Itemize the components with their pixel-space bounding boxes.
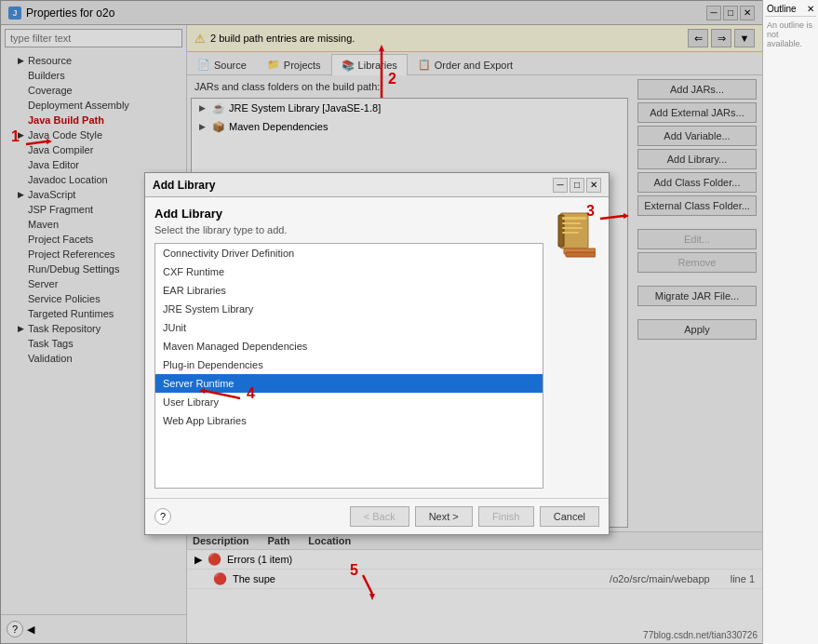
library-item-plugin[interactable]: Plug-in Dependencies bbox=[155, 356, 543, 374]
library-item-label: Connectivity Driver Definition bbox=[163, 248, 294, 259]
library-item-label: User Library bbox=[163, 396, 219, 408]
modal-heading: Add Library bbox=[154, 207, 543, 221]
library-item-label: Web App Libraries bbox=[163, 415, 247, 426]
svg-rect-2 bbox=[562, 217, 586, 220]
library-item-junit[interactable]: JUnit bbox=[155, 318, 543, 337]
library-item-label: Maven Managed Dependencies bbox=[163, 341, 307, 352]
modal-help-button[interactable]: ? bbox=[154, 508, 171, 525]
library-item-label: JRE System Library bbox=[163, 303, 253, 315]
outline-title-label: Outline bbox=[767, 4, 797, 14]
modal-close-button[interactable]: ✕ bbox=[586, 178, 601, 193]
svg-rect-5 bbox=[562, 232, 579, 234]
library-item-server-runtime[interactable]: Server Runtime bbox=[155, 374, 543, 393]
library-item-connectivity[interactable]: Connectivity Driver Definition bbox=[155, 244, 543, 262]
modal-cancel-button[interactable]: Cancel bbox=[540, 506, 599, 527]
svg-rect-4 bbox=[562, 227, 583, 229]
library-item-label: EAR Libraries bbox=[163, 285, 226, 296]
modal-controls: ─ □ ✕ bbox=[553, 178, 601, 193]
svg-rect-3 bbox=[562, 222, 581, 224]
modal-footer: ? < Back Next > Finish Cancel bbox=[145, 498, 609, 534]
library-item-jre-system[interactable]: JRE System Library bbox=[155, 300, 543, 318]
modal-body: Add Library Select the library type to a… bbox=[145, 197, 609, 498]
modal-title: Add Library bbox=[153, 179, 215, 192]
svg-rect-1 bbox=[558, 215, 564, 247]
modal-titlebar: Add Library ─ □ ✕ bbox=[145, 173, 609, 197]
library-item-webapp[interactable]: Web App Libraries bbox=[155, 411, 543, 430]
modal-maximize-button[interactable]: □ bbox=[570, 178, 584, 193]
library-book-icon bbox=[557, 211, 596, 258]
modal-finish-button[interactable]: Finish bbox=[478, 506, 534, 527]
library-item-label: Plug-in Dependencies bbox=[163, 359, 263, 370]
library-item-label: CXF Runtime bbox=[163, 266, 224, 277]
outline-close-icon[interactable]: ✕ bbox=[807, 4, 814, 14]
outline-panel: Outline ✕ An outline is not available. bbox=[762, 0, 818, 644]
outline-title: Outline ✕ bbox=[765, 2, 816, 17]
library-item-cxf[interactable]: CXF Runtime bbox=[155, 262, 543, 281]
watermark: 77blog.csdn.net/tian330726 bbox=[643, 630, 758, 640]
library-item-label: JUnit bbox=[163, 322, 186, 333]
modal-back-button[interactable]: < Back bbox=[350, 506, 409, 527]
svg-rect-7 bbox=[566, 252, 596, 257]
modal-subtext: Select the library type to add. bbox=[154, 224, 543, 235]
library-item-label: Server Runtime bbox=[163, 378, 234, 389]
library-item-maven-managed[interactable]: Maven Managed Dependencies bbox=[155, 337, 543, 356]
outline-note: An outline is not available. bbox=[765, 17, 816, 52]
modal-next-button[interactable]: Next > bbox=[415, 506, 473, 527]
modal-minimize-button[interactable]: ─ bbox=[553, 178, 568, 193]
modal-icon-area bbox=[553, 207, 599, 489]
library-item-user[interactable]: User Library bbox=[155, 393, 543, 411]
modal-left-panel: Add Library Select the library type to a… bbox=[154, 207, 543, 489]
add-library-modal: Add Library ─ □ ✕ Add Library Select the… bbox=[144, 172, 610, 535]
library-item-ear[interactable]: EAR Libraries bbox=[155, 281, 543, 300]
library-list[interactable]: Connectivity Driver Definition CXF Runti… bbox=[154, 243, 543, 489]
